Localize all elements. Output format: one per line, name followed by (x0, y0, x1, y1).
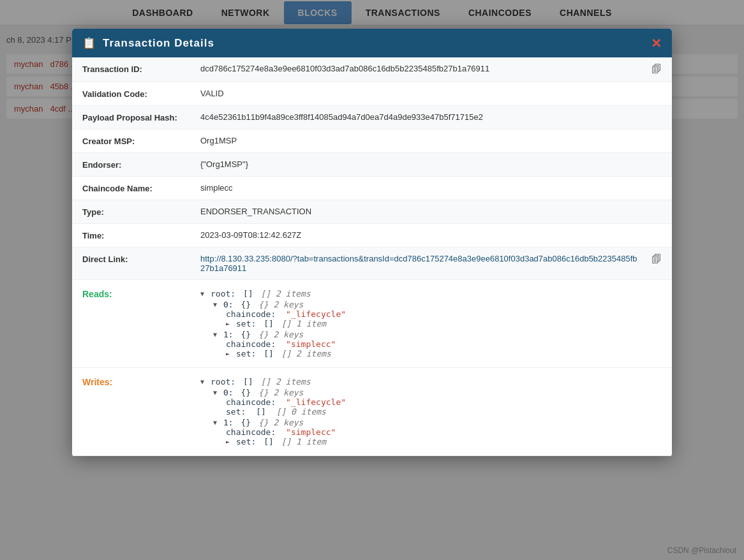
reads-item-0: ▼ 0: {} {} 2 keys chaincode: "_lifecycle… (200, 300, 662, 328)
modal-title: 📋 Transaction Details (82, 36, 214, 50)
label-time: Time: (82, 230, 200, 240)
modal-overlay[interactable]: 📋 Transaction Details ✕ Transaction ID: … (0, 0, 744, 560)
reads-item1-set: ► set: [] [] 2 items (226, 349, 662, 358)
modal-title-text: Transaction Details (103, 37, 214, 50)
modal-header: 📋 Transaction Details ✕ (72, 29, 672, 57)
reads-item0-chaincode: chaincode: "_lifecycle" (226, 309, 662, 319)
writes-label: Writes: (82, 376, 200, 387)
detail-row-time: Time: 2023-03-09T08:12:42.627Z (72, 224, 672, 247)
writes-item0-toggle[interactable]: ▼ (213, 389, 221, 396)
writes-content: ▼ root: [] [] 2 items ▼ 0: {} {} 2 k (200, 376, 662, 448)
reads-item1-chaincode: chaincode: "simplecc" (226, 339, 662, 349)
modal-icon: 📋 (82, 36, 96, 50)
modal-body: Transaction ID: dcd786c175274e8a3e9ee681… (72, 57, 672, 456)
label-chaincode-name: Chaincode Name: (82, 183, 200, 193)
value-time: 2023-03-09T08:12:42.627Z (200, 230, 662, 240)
value-type: ENDORSER_TRANSACTION (200, 207, 662, 216)
detail-row-creator-msp: Creator MSP: Org1MSP (72, 129, 672, 153)
reads-item1-toggle[interactable]: ▼ (213, 331, 221, 338)
detail-row-chaincode-name: Chaincode Name: simplecc (72, 177, 672, 200)
label-payload-hash: Payload Proposal Hash: (82, 112, 200, 122)
writes-root: ▼ root: [] [] 2 items (200, 377, 662, 387)
label-creator-msp: Creator MSP: (82, 136, 200, 146)
reads-item1-set-toggle[interactable]: ► (226, 350, 234, 357)
reads-item0-set-toggle[interactable]: ► (226, 320, 234, 327)
reads-section: Reads: ▼ root: [] [] 2 items (72, 280, 672, 368)
reads-item0-toggle[interactable]: ▼ (213, 301, 221, 308)
writes-item1-set: ► set: [] [] 1 item (226, 437, 662, 446)
value-endorser: {"Org1MSP"} (200, 159, 662, 169)
detail-row-validation-code: Validation Code: VALID (72, 82, 672, 106)
writes-item-0: ▼ 0: {} {} 2 keys chaincode: "_lifecycle… (200, 388, 662, 416)
label-direct-link: Direct Link: (82, 254, 200, 264)
writes-item1-toggle[interactable]: ▼ (213, 419, 221, 426)
value-transaction-id: dcd786c175274e8a3e9ee6810f03d3ad7ab086c1… (200, 64, 662, 75)
label-endorser: Endorser: (82, 159, 200, 170)
detail-row-endorser: Endorser: {"Org1MSP"} (72, 153, 672, 177)
detail-row-type: Type: ENDORSER_TRANSACTION (72, 200, 672, 224)
value-chaincode-name: simplecc (200, 183, 662, 193)
reads-root: ▼ root: [] [] 2 items (200, 289, 662, 298)
value-direct-link: http://8.130.33.235:8080/?tab=transactio… (200, 254, 662, 273)
copy-direct-link-icon[interactable]: 🗐 (646, 254, 662, 265)
label-validation-code: Validation Code: (82, 89, 200, 99)
value-creator-msp: Org1MSP (200, 136, 662, 145)
value-payload-hash: 4c4e52361b11b9f4a89ce3ff8f14085ad94a7d0e… (200, 112, 662, 122)
detail-row-direct-link: Direct Link: http://8.130.33.235:8080/?t… (72, 247, 672, 280)
reads-item-1: ▼ 1: {} {} 2 keys chaincode: "simplecc" (200, 330, 662, 358)
copy-transaction-id-icon[interactable]: 🗐 (646, 64, 662, 75)
writes-item-1: ▼ 1: {} {} 2 keys chaincode: "simplecc" (200, 418, 662, 446)
label-type: Type: (82, 207, 200, 217)
transaction-details-modal: 📋 Transaction Details ✕ Transaction ID: … (72, 29, 672, 456)
writes-item1-set-toggle[interactable]: ► (226, 438, 234, 445)
writes-item0-chaincode: chaincode: "_lifecycle" (226, 397, 662, 407)
value-validation-code: VALID (200, 89, 662, 98)
writes-item0-set: set: [] [] 0 items (226, 407, 662, 416)
reads-item0-set: ► set: [] [] 1 item (226, 319, 662, 328)
writes-item1-chaincode: chaincode: "simplecc" (226, 427, 662, 437)
writes-section: Writes: ▼ root: [] [] 2 items (72, 368, 672, 456)
reads-root-toggle[interactable]: ▼ (200, 290, 208, 297)
reads-content: ▼ root: [] [] 2 items ▼ 0: {} {} 2 k (200, 288, 662, 360)
detail-row-transaction-id: Transaction ID: dcd786c175274e8a3e9ee681… (72, 57, 672, 82)
modal-close-button[interactable]: ✕ (651, 37, 662, 50)
writes-root-toggle[interactable]: ▼ (200, 378, 208, 385)
detail-row-payload-hash: Payload Proposal Hash: 4c4e52361b11b9f4a… (72, 106, 672, 129)
reads-label: Reads: (82, 288, 200, 299)
label-transaction-id: Transaction ID: (82, 64, 200, 74)
